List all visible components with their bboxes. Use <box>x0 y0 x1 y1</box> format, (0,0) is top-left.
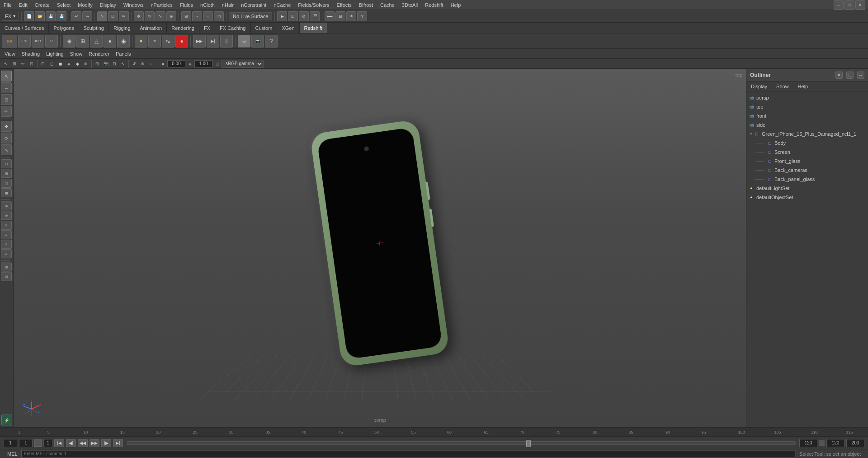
tool-group4d[interactable]: ≡ <box>1 249 12 258</box>
range-end-field[interactable] <box>799 439 817 447</box>
out-item-back-panel[interactable]: ◻ Back_panel_glass <box>746 175 868 184</box>
menu-ncache[interactable]: nCache <box>270 1 294 9</box>
shelf-sphere-icon[interactable]: ● <box>104 35 116 48</box>
out-item-object-set[interactable]: ● defaultObjectSet <box>746 193 868 202</box>
shelf-light-icon[interactable]: ✦ <box>135 35 147 48</box>
out-item-front[interactable]: 📹 front <box>746 111 868 120</box>
lasso-tool-btn[interactable]: ⊡ <box>108 11 118 21</box>
shelf-curve-icon[interactable]: ∿ <box>162 35 175 48</box>
shelf-render5-icon[interactable]: 📷 <box>251 35 264 48</box>
out-item-body[interactable]: ◻ Body <box>746 138 868 148</box>
out-item-persp[interactable]: 📹 persp <box>746 93 868 102</box>
menu-fluids[interactable]: Fluids <box>176 1 197 9</box>
construct-hist-btn[interactable]: ⊟ <box>335 11 345 21</box>
total-frame-field[interactable] <box>846 439 864 447</box>
shelf-tab-sculpting[interactable]: Sculpting <box>79 23 109 33</box>
snap-grid-btn[interactable]: ⊞ <box>181 11 191 21</box>
vp-lasso-icon[interactable]: ⊡ <box>28 60 36 68</box>
tool-group1a[interactable]: ⊟ <box>1 159 12 168</box>
vp-paint-icon[interactable]: ✏ <box>19 60 27 68</box>
tool-lasso[interactable]: ⊡ <box>1 94 12 105</box>
tool-group5a[interactable]: ⊞ <box>1 262 12 272</box>
shelf-tab-fx[interactable]: FX <box>199 23 215 33</box>
outliner-close-btn[interactable]: ✕ <box>835 72 843 79</box>
shelf-tab-curves[interactable]: Curves / Surfaces <box>0 23 49 33</box>
redo-btn[interactable]: ↪ <box>82 11 92 21</box>
vp-color-value[interactable]: 0.00 <box>167 60 185 67</box>
shelf-tab-polygons[interactable]: Polygons <box>49 23 79 33</box>
move-tool-btn[interactable]: ✥ <box>134 11 144 21</box>
shelf-tab-fx-caching[interactable]: FX Caching <box>215 23 250 33</box>
menu-3dtoall[interactable]: 3DtoAll <box>398 1 421 9</box>
current-frame-field[interactable] <box>4 439 17 447</box>
fx-dropdown[interactable]: FX ▾ <box>2 12 19 21</box>
menu-fields[interactable]: Fields/Solvers <box>294 1 333 9</box>
menu-ncloth[interactable]: nCloth <box>197 1 218 9</box>
vt-show-menu[interactable]: Show <box>67 50 85 57</box>
window-close[interactable]: ✕ <box>855 0 865 10</box>
go-to-start-btn[interactable]: |◀ <box>54 439 64 447</box>
snap-surface-btn[interactable]: ◻ <box>214 11 224 21</box>
menu-create[interactable]: Create <box>31 1 53 9</box>
out-item-front-glass[interactable]: ◻ Front_glass <box>746 157 868 166</box>
menu-help[interactable]: Help <box>447 1 465 9</box>
vt-view-menu[interactable]: View <box>2 50 18 57</box>
snap-point-btn[interactable]: ◦ <box>203 11 213 21</box>
start-frame-display[interactable] <box>43 439 52 447</box>
current-frame-field2[interactable] <box>19 439 33 447</box>
tool-group4c[interactable]: ≡ <box>1 240 12 249</box>
menu-bifrost[interactable]: Bifrost <box>355 1 377 9</box>
vp-lights-icon[interactable]: ◈ <box>65 60 73 68</box>
out-item-light-set[interactable]: ● defaultLightSet <box>746 184 868 193</box>
vp-textured-icon[interactable]: ◼ <box>56 60 64 68</box>
tool-group1b[interactable]: ⊞ <box>1 169 12 178</box>
scale-tool-btn[interactable]: ⤡ <box>156 11 165 21</box>
tool-group5b[interactable]: ⊟ <box>1 272 12 281</box>
vt-shading-menu[interactable]: Shading <box>19 50 42 57</box>
go-to-end-btn[interactable]: ▶| <box>113 439 123 447</box>
play-back-btn[interactable]: ◀◀ <box>78 439 88 447</box>
tool-group3a[interactable]: ⊕ <box>1 201 12 210</box>
vp-wireframe-icon[interactable]: ⊟ <box>39 60 47 68</box>
shelf-tab-redshift[interactable]: Redshift <box>300 23 327 33</box>
shelf-cone-icon[interactable]: △ <box>90 35 103 48</box>
vp-colorspace-dropdown[interactable]: sRGB gamma Linear Raw <box>222 60 264 68</box>
menu-windows[interactable]: Windows <box>120 1 147 9</box>
shelf-render-icon[interactable]: R <box>45 35 58 48</box>
tool-paint[interactable]: ✏ <box>1 106 12 117</box>
menu-select[interactable]: Select <box>53 1 75 9</box>
play-fwd-btn[interactable]: ▶▶ <box>90 439 99 447</box>
rotate-tool-btn[interactable]: ⟳ <box>145 11 155 21</box>
vp-xray-icon[interactable]: ⊕ <box>82 60 90 68</box>
shelf-disc-icon[interactable]: ◉ <box>117 35 130 48</box>
shelf-sphere2-icon[interactable]: ● <box>175 35 188 48</box>
window-minimize[interactable]: ─ <box>834 0 844 10</box>
paint-tool-btn[interactable]: ✏ <box>119 11 129 21</box>
shelf-render2-icon[interactable]: ▶▶ <box>193 35 206 48</box>
vp-colorspace-icon[interactable]: ◻ <box>213 60 221 68</box>
vp-resolve-icon[interactable]: ⊡ <box>110 60 118 68</box>
menu-nconstraint[interactable]: nConstraint <box>237 1 270 9</box>
render-settings-btn[interactable]: ⚙ <box>299 11 309 21</box>
select-tool-btn[interactable]: ↖ <box>97 11 107 21</box>
show-hide-btn[interactable]: 👁 <box>346 11 356 21</box>
vp-select-icon[interactable]: ↖ <box>2 60 10 68</box>
out-item-iphone-group[interactable]: ▾ ⊟ Green_iPhone_15_Plus_Damaged_ncl1_1 <box>746 129 868 138</box>
snap-curve-btn[interactable]: ~ <box>192 11 202 21</box>
tool-group2b[interactable]: ◼ <box>1 188 12 197</box>
tool-group4a[interactable]: ≡ <box>1 221 12 230</box>
out-show-menu[interactable]: Show <box>772 83 793 90</box>
tool-select[interactable]: ↖ <box>1 71 12 81</box>
menu-file[interactable]: File <box>0 1 15 9</box>
vt-panels-menu[interactable]: Panels <box>113 50 134 57</box>
menu-edit[interactable]: Edit <box>15 1 31 9</box>
vp-color-icon[interactable]: ◆ <box>159 60 167 68</box>
step-fwd-btn[interactable]: |▶ <box>101 439 111 447</box>
outliner-collapse-btn[interactable]: ─ <box>857 72 864 79</box>
live-surface-btn[interactable]: No Live Surface <box>229 12 272 20</box>
shelf-render4-icon[interactable]: || <box>220 35 233 48</box>
shelf-tab-rendering[interactable]: Rendering <box>167 23 199 33</box>
vp-snap-icon[interactable]: ⊞ <box>10 60 19 68</box>
shelf-render3-icon[interactable]: ▶| <box>207 35 219 48</box>
tool-move[interactable]: ✥ <box>1 121 12 132</box>
